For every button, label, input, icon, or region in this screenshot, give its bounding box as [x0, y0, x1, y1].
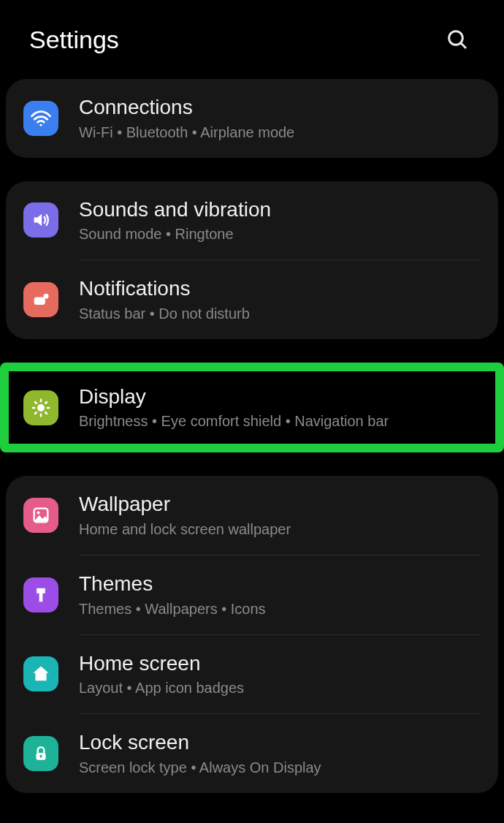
item-text: Display Brightness • Eye comfort shield … [79, 384, 481, 431]
item-wallpaper[interactable]: Wallpaper Home and lock screen wallpaper [6, 476, 498, 555]
settings-group: Wallpaper Home and lock screen wallpaper… [6, 476, 498, 792]
item-connections[interactable]: Connections Wi-Fi • Bluetooth • Airplane… [6, 79, 498, 158]
item-title: Display [79, 384, 481, 409]
wifi-icon [23, 101, 58, 136]
wallpaper-icon [23, 498, 58, 533]
settings-group: Sounds and vibration Sound mode • Ringto… [6, 181, 498, 339]
header: Settings [0, 0, 504, 79]
svg-line-10 [35, 402, 37, 403]
item-subtitle: Wi-Fi • Bluetooth • Airplane mode [79, 123, 481, 142]
item-subtitle: Themes • Wallpapers • Icons [79, 599, 481, 618]
svg-rect-18 [40, 756, 42, 758]
lock-icon [23, 736, 58, 771]
search-button[interactable] [440, 22, 475, 57]
item-text: Connections Wi-Fi • Bluetooth • Airplane… [79, 95, 481, 142]
item-subtitle: Status bar • Do not disturb [79, 304, 481, 323]
item-text: Themes Themes • Wallpapers • Icons [79, 572, 481, 618]
item-subtitle: Brightness • Eye comfort shield • Naviga… [79, 412, 481, 431]
settings-group: Connections Wi-Fi • Bluetooth • Airplane… [6, 79, 498, 158]
page-title: Settings [29, 26, 119, 54]
item-subtitle: Home and lock screen wallpaper [79, 520, 481, 539]
brightness-icon [23, 390, 58, 425]
item-display[interactable]: Display Brightness • Eye comfort shield … [9, 371, 495, 444]
item-text: Home screen Layout • App icon badges [79, 651, 481, 698]
svg-line-11 [45, 412, 47, 414]
item-title: Wallpaper [79, 492, 481, 517]
item-subtitle: Layout • App icon badges [79, 678, 481, 697]
item-lock-screen[interactable]: Lock screen Screen lock type • Always On… [6, 714, 498, 793]
item-title: Notifications [79, 276, 481, 301]
item-themes[interactable]: Themes Themes • Wallpapers • Icons [6, 555, 498, 634]
svg-point-5 [37, 404, 45, 412]
themes-icon [23, 577, 58, 612]
svg-line-12 [35, 412, 37, 414]
item-title: Connections [79, 95, 481, 120]
svg-point-15 [37, 512, 39, 515]
item-text: Wallpaper Home and lock screen wallpaper [79, 492, 481, 539]
svg-rect-3 [34, 297, 45, 305]
item-text: Notifications Status bar • Do not distur… [79, 276, 481, 323]
item-title: Sounds and vibration [79, 197, 481, 222]
item-subtitle: Sound mode • Ringtone [79, 224, 481, 243]
settings-group-highlighted: Display Brightness • Eye comfort shield … [0, 363, 504, 453]
item-title: Home screen [79, 651, 481, 676]
item-title: Lock screen [79, 730, 481, 755]
svg-point-2 [39, 124, 42, 126]
item-sounds-vibration[interactable]: Sounds and vibration Sound mode • Ringto… [6, 181, 498, 260]
item-subtitle: Screen lock type • Always On Display [79, 758, 481, 777]
item-text: Lock screen Screen lock type • Always On… [79, 730, 481, 777]
item-text: Sounds and vibration Sound mode • Ringto… [79, 197, 481, 244]
home-icon [23, 656, 58, 691]
svg-line-13 [45, 402, 47, 403]
svg-point-0 [449, 31, 463, 45]
svg-point-4 [44, 294, 49, 299]
sound-icon [23, 202, 58, 238]
search-icon [446, 28, 469, 51]
item-title: Themes [79, 572, 481, 596]
svg-line-1 [461, 43, 466, 48]
item-home-screen[interactable]: Home screen Layout • App icon badges [6, 635, 498, 714]
notification-icon [23, 282, 58, 317]
item-notifications[interactable]: Notifications Status bar • Do not distur… [6, 260, 498, 339]
